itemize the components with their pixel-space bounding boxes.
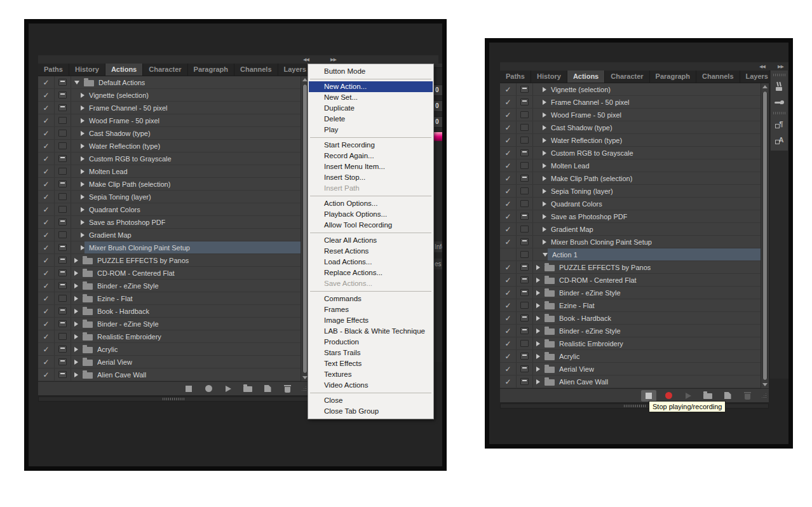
row-content[interactable]: Alien Cave Wall xyxy=(78,368,301,381)
tab-actions[interactable]: Actions xyxy=(105,64,143,76)
action-row[interactable]: Action 1 xyxy=(500,248,761,261)
dialog-toggle[interactable] xyxy=(55,127,71,139)
dialog-toggle[interactable] xyxy=(517,350,533,362)
row-content[interactable]: Save as Photoshop PDF xyxy=(546,210,761,222)
row-content[interactable]: Action 1 xyxy=(548,248,761,260)
include-toggle[interactable]: ✓ xyxy=(38,343,55,355)
expand-arrow[interactable] xyxy=(71,127,85,139)
dialog-toggle[interactable] xyxy=(517,172,533,184)
expand-arrow[interactable] xyxy=(71,267,78,279)
menu-item-insert-menu-item[interactable]: Insert Menu Item... xyxy=(309,161,433,172)
action-row[interactable]: ✓Save as Photoshop PDF xyxy=(500,210,761,223)
menu-item-new-set[interactable]: New Set... xyxy=(309,92,433,103)
action-set-row[interactable]: ✓PUZZLE EFFECTS by Panos xyxy=(38,254,301,267)
row-content[interactable]: Custom RGB to Grayscale xyxy=(546,147,761,159)
menu-item-close-tab-group[interactable]: Close Tab Group xyxy=(309,406,433,417)
expand-panels-icon[interactable] xyxy=(330,56,336,63)
menu-item-text-effects[interactable]: Text Effects xyxy=(309,358,433,369)
tab-paragraph[interactable]: Paragraph xyxy=(188,64,234,76)
row-content[interactable]: Binder - eZine Style xyxy=(78,318,301,330)
include-toggle[interactable]: ✓ xyxy=(38,165,55,177)
tab-channels[interactable]: Channels xyxy=(234,64,278,76)
expand-arrow[interactable] xyxy=(533,83,546,95)
row-content[interactable]: Custom RGB to Grayscale xyxy=(85,152,301,165)
dialog-toggle[interactable] xyxy=(55,280,71,292)
action-row[interactable]: ✓Mixer Brush Cloning Paint Setup xyxy=(38,241,301,254)
expand-arrow[interactable] xyxy=(533,299,540,311)
expand-arrow[interactable] xyxy=(71,76,79,88)
include-toggle[interactable]: ✓ xyxy=(38,368,55,381)
expand-arrow[interactable] xyxy=(533,248,548,260)
menu-item-stars-trails[interactable]: Stars Trails xyxy=(309,348,433,358)
delete-button[interactable] xyxy=(280,383,295,395)
include-toggle[interactable]: ✓ xyxy=(500,96,517,108)
expand-arrow[interactable] xyxy=(533,325,540,337)
menu-item-allow-tool-recording[interactable]: Allow Tool Recording xyxy=(309,220,433,231)
include-toggle[interactable]: ✓ xyxy=(500,121,517,133)
play-button[interactable] xyxy=(220,383,236,395)
dialog-toggle[interactable] xyxy=(517,363,533,375)
dialog-toggle[interactable] xyxy=(55,89,71,101)
expand-arrow[interactable] xyxy=(533,147,546,159)
include-toggle[interactable]: ✓ xyxy=(500,236,517,248)
include-toggle[interactable]: ✓ xyxy=(38,89,55,101)
row-content[interactable]: Water Reflection (type) xyxy=(546,134,761,146)
expand-arrow[interactable] xyxy=(533,287,540,299)
row-content[interactable]: CD-ROM - Centered Flat xyxy=(540,274,761,286)
panel-resize-bar[interactable] xyxy=(500,403,769,409)
menu-item-duplicate[interactable]: Duplicate xyxy=(309,103,433,114)
row-content[interactable]: Make Clip Path (selection) xyxy=(85,178,301,190)
scroll-thumb[interactable] xyxy=(762,91,768,381)
dialog-toggle[interactable] xyxy=(517,261,533,273)
row-content[interactable]: Binder - eZine Style xyxy=(540,287,761,299)
tab-paragraph[interactable]: Paragraph xyxy=(650,71,696,83)
action-set-row[interactable]: ✓Acrylic xyxy=(500,350,761,363)
menu-item-delete[interactable]: Delete xyxy=(309,114,433,125)
tab-paths[interactable]: Paths xyxy=(500,71,531,83)
action-row[interactable]: ✓Molten Lead xyxy=(38,165,301,178)
dialog-toggle[interactable] xyxy=(55,152,71,165)
action-row[interactable]: ✓Molten Lead xyxy=(500,159,761,172)
menu-item-textures[interactable]: Textures xyxy=(309,369,433,380)
dialog-toggle[interactable] xyxy=(55,102,71,114)
menu-item-image-effects[interactable]: Image Effects xyxy=(309,315,433,326)
row-content[interactable]: Make Clip Path (selection) xyxy=(546,172,761,184)
include-toggle[interactable]: ✓ xyxy=(500,375,517,388)
expand-arrow[interactable] xyxy=(533,350,540,362)
menu-item-video-actions[interactable]: Video Actions xyxy=(309,380,433,391)
row-content[interactable]: Wood Frame - 50 pixel xyxy=(85,114,301,126)
menu-item-insert-stop[interactable]: Insert Stop... xyxy=(309,172,433,183)
include-toggle[interactable] xyxy=(500,248,517,260)
dialog-toggle[interactable] xyxy=(517,312,533,324)
row-content[interactable]: Acrylic xyxy=(540,350,761,362)
panel-resize-bar[interactable] xyxy=(38,396,309,402)
expand-arrow[interactable] xyxy=(533,261,540,273)
tab-actions[interactable]: Actions xyxy=(567,71,605,83)
row-content[interactable]: Cast Shadow (type) xyxy=(546,121,761,133)
new-set-button[interactable] xyxy=(240,383,255,395)
new-action-button[interactable] xyxy=(260,383,275,395)
expand-arrow[interactable] xyxy=(533,363,540,375)
action-set-row[interactable]: ✓Binder - eZine Style xyxy=(500,287,761,299)
dialog-toggle[interactable] xyxy=(517,109,533,121)
include-toggle[interactable]: ✓ xyxy=(500,325,517,337)
row-content[interactable]: CD-ROM - Centered Flat xyxy=(78,267,301,279)
action-row[interactable]: ✓Gradient Map xyxy=(38,229,301,241)
expand-arrow[interactable] xyxy=(533,172,546,184)
expand-arrow[interactable] xyxy=(533,185,546,197)
include-toggle[interactable]: ✓ xyxy=(500,312,517,324)
expand-arrow[interactable] xyxy=(71,152,85,165)
menu-item-load-actions[interactable]: Load Actions... xyxy=(309,257,433,267)
dialog-toggle[interactable] xyxy=(517,147,533,159)
row-content[interactable]: Mixer Brush Cloning Paint Setup xyxy=(546,236,761,248)
action-row[interactable]: ✓Quadrant Colors xyxy=(38,203,301,216)
include-toggle[interactable]: ✓ xyxy=(500,83,517,95)
include-toggle[interactable]: ✓ xyxy=(500,337,517,349)
action-row[interactable]: ✓Quadrant Colors xyxy=(500,198,761,210)
dialog-toggle[interactable] xyxy=(55,178,71,190)
expand-arrow[interactable] xyxy=(533,274,540,286)
include-toggle[interactable]: ✓ xyxy=(38,203,55,215)
row-content[interactable]: Vignette (selection) xyxy=(546,83,761,95)
dialog-toggle[interactable] xyxy=(55,241,71,254)
dialog-toggle[interactable] xyxy=(55,343,71,355)
